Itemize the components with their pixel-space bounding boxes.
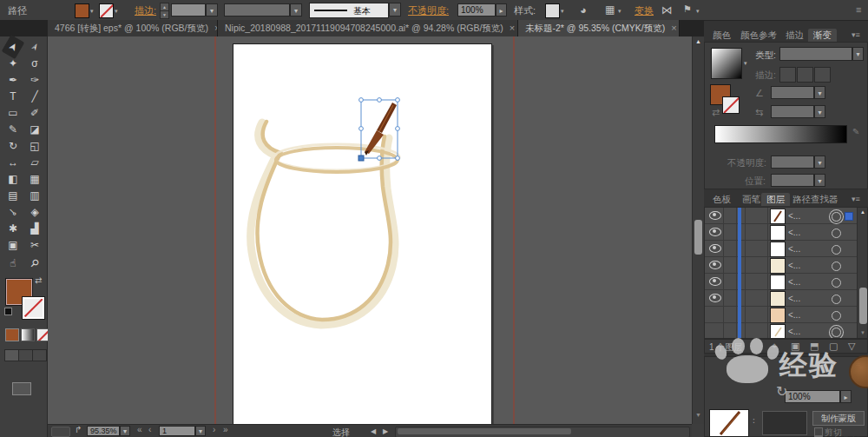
free-transform-tool[interactable]: ▱ [25,155,44,170]
scroll-down-arrow[interactable]: ▼ [695,412,701,418]
canvas-area[interactable] [48,36,692,424]
stop-opacity-dropdown[interactable]: ▾ [814,156,825,169]
perspective-grid-tool[interactable]: ▦ [25,171,44,187]
scale-tool[interactable]: ◱ [25,138,44,154]
hand-tool[interactable]: ☝ [3,255,23,271]
angle-field[interactable] [771,86,814,99]
slice-tool[interactable]: ✂ [25,237,44,253]
export-icon[interactable]: ↱ [75,425,82,434]
selection-indicator[interactable] [845,212,853,221]
object-thumbnail[interactable] [709,409,749,437]
default-fill-stroke-icon[interactable] [4,308,12,315]
layer-row[interactable]: <... [705,208,857,224]
layers-scroll-up-icon[interactable]: ▲ [860,209,865,215]
layer-row[interactable]: <... [705,290,857,307]
layer-label[interactable]: <... [788,244,800,254]
graphic-style-dropdown-icon[interactable]: ▾ [696,8,700,15]
transparency-apply-button[interactable]: ▸ [840,390,852,403]
vertical-scrollbar[interactable]: ▲ ▼ [692,36,704,424]
swap-fill-stroke-icon[interactable]: ⇄ [35,275,42,285]
gradient-type-dropdown-icon[interactable]: ▾ [852,47,864,61]
transparency-opacity-field[interactable]: 100% [785,390,840,403]
tab-layers[interactable]: 图层 [761,193,790,206]
make-mask-button[interactable]: 制作蒙版 [812,411,865,426]
close-tab-icon[interactable]: × [510,23,515,33]
layer-thumbnail[interactable] [770,242,786,257]
target-circle[interactable] [832,262,841,271]
layer-label[interactable]: <... [788,261,800,270]
draw-normal-button[interactable] [4,349,19,361]
tab-swatches[interactable]: 色板 [707,193,736,206]
gradient-slider[interactable] [714,125,847,143]
paintbrush-tool[interactable]: ✐ [25,105,44,121]
layer-row[interactable]: <... [705,274,857,290]
magic-wand-tool[interactable]: ✦ [3,56,23,71]
target-circle[interactable] [832,245,841,255]
zoom-level-field[interactable]: 95.35% [87,426,120,436]
style-dropdown-icon[interactable]: ▾ [561,8,564,15]
zoom-tool[interactable]: ⚲ [23,251,47,275]
column-graph-tool[interactable]: ▟ [25,221,44,236]
variable-width-dropdown[interactable]: ▾ [290,3,302,17]
lasso-tool[interactable]: σ [25,56,44,71]
draw-inside-button[interactable] [32,349,47,361]
layer-label[interactable]: <... [788,277,800,287]
reverse-gradient-icon[interactable]: ⇄ [712,107,720,118]
visibility-eye-icon[interactable] [709,228,721,236]
stroke-weight-link[interactable]: 描边: [135,4,156,17]
stroke-color-swatch[interactable] [99,3,114,18]
document-tab-3[interactable]: 未标题-2* @ 95.35% (CMYK/预览)× [518,20,680,36]
fill-dropdown-icon[interactable]: ▾ [90,8,94,15]
target-circle[interactable] [832,311,841,321]
color-mode-button[interactable] [5,328,19,341]
layer-label[interactable]: <... [788,327,800,336]
panel-menu-icon[interactable]: ≡ [856,359,861,368]
scrollbar-thumb[interactable] [694,220,702,255]
next-artboard-icon[interactable]: › [213,425,215,434]
target-circle[interactable] [832,278,841,288]
layer-thumbnail[interactable] [770,225,786,241]
gradient-type-dropdown[interactable] [779,47,852,61]
type-tool[interactable]: T [3,89,23,104]
align-dropdown-icon[interactable]: ▾ [618,8,621,15]
layers-scrollbar-thumb[interactable] [859,288,867,324]
prev-artboard-icon[interactable]: ‹ [148,425,151,434]
tab-gradient[interactable]: 渐变 [808,29,837,42]
stroke-across-button[interactable] [814,67,831,83]
stroke-dropdown-icon[interactable]: ▾ [115,8,118,15]
layer-row[interactable]: <... [705,257,857,274]
layer-row[interactable]: <... [705,241,857,257]
style-swatch[interactable] [545,3,560,18]
first-artboard-icon[interactable]: « [137,425,142,434]
horizontal-scrollbar[interactable] [395,427,690,437]
stroke-proxy-swatch[interactable] [23,297,44,319]
visibility-eye-icon[interactable] [709,244,721,253]
stroke-weight-field[interactable] [171,3,206,17]
target-circle[interactable] [832,328,841,337]
symbol-sprayer-tool[interactable]: ✱ [3,221,23,236]
eraser-tool[interactable]: ◪ [25,122,44,137]
target-circle[interactable] [832,228,841,238]
tab-color-guide[interactable]: 颜色参考 [735,29,782,42]
layer-thumbnail[interactable] [770,275,786,290]
visibility-eye-icon[interactable] [709,261,721,269]
close-tab-icon[interactable]: × [671,23,676,33]
stroke-weight-dropdown[interactable]: ▾ [206,3,218,17]
variable-width-field[interactable] [224,3,290,17]
fill-color-swatch[interactable] [75,3,89,18]
mask-link-icon[interactable]: ∶ [753,416,755,426]
pen-tool[interactable]: ✒ [3,72,23,88]
layers-scroll-down-icon[interactable]: ▼ [860,330,865,335]
new-sublayer-icon[interactable]: ⬒ [810,341,819,352]
blend-tool[interactable]: ◈ [25,204,44,220]
zoom-dropdown-icon[interactable]: ▾ [120,426,130,436]
width-tool[interactable]: ↔ [3,155,23,170]
locate-object-icon[interactable]: ⌖ [772,341,777,352]
tab-color[interactable]: 颜色 [707,29,736,42]
rectangle-tool[interactable]: ▭ [3,105,23,121]
isolate-icon[interactable]: ⋈ [661,3,673,17]
last-artboard-icon[interactable]: » [223,425,228,434]
graphic-style-icon[interactable]: ⚑ [683,3,692,15]
gradient-mode-button[interactable] [21,328,35,341]
aspect-dropdown-icon[interactable]: ▾ [814,105,825,118]
